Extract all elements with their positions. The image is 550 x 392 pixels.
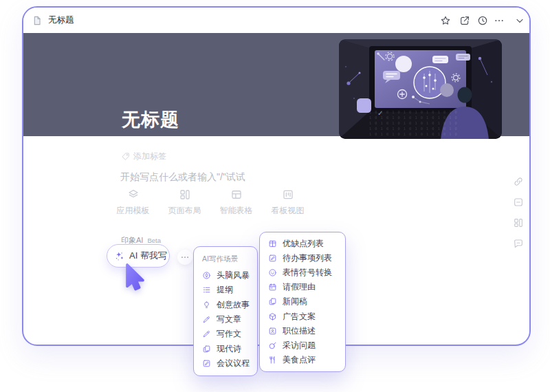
emoji-icon: [268, 268, 277, 277]
menu-item-outline[interactable]: 提纲: [194, 283, 257, 297]
ai-templates-menu: 优缺点列表 待办事项列表 表情符号转换 请假理由 新闻稿 广告文案: [259, 232, 346, 372]
menu-item-press-release[interactable]: 新闻稿: [260, 294, 345, 309]
template-kanban-view[interactable]: 看板视图: [262, 188, 314, 217]
note-title[interactable]: 无标题: [122, 107, 179, 132]
template-kanban-view-label: 看板视图: [272, 205, 305, 217]
link-icon[interactable]: [513, 176, 524, 187]
template-apply-label: 应用模板: [117, 205, 150, 217]
template-page-layout-label: 页面布局: [168, 205, 201, 217]
side-tool-rail: [513, 176, 524, 249]
template-shortcuts: 应用模板 页面布局 智能表格 看板视图: [107, 188, 314, 217]
menu-item-meeting-agenda[interactable]: 会议议程: [194, 356, 257, 371]
ai-scenes-menu-list: 头脑风暴 提纲 创意故事 写文章 写作文 现代诗: [194, 268, 257, 371]
document-icon: [32, 15, 43, 26]
ai-beta-badge: Beta: [147, 237, 161, 244]
share-icon[interactable]: [459, 15, 470, 26]
template-page-layout[interactable]: 页面布局: [159, 188, 210, 217]
menu-item-interview-questions[interactable]: 采访问题: [260, 338, 345, 353]
layers-icon: [127, 188, 140, 201]
add-tag-label: 添加标签: [133, 151, 166, 162]
comment-icon[interactable]: [513, 238, 524, 249]
menu-item-write-essay[interactable]: 写作文: [194, 327, 257, 341]
ai-write-button-label: AI 帮我写: [129, 250, 167, 262]
question-icon: [268, 341, 277, 350]
menu-item-job-description[interactable]: 职位描述: [260, 324, 345, 338]
header-illustration: 1 0 1 0 1 0 1 0 1 0 1 0 1 0 1 0 1 0 1 0 …: [339, 39, 502, 139]
table-icon: [230, 188, 243, 201]
ellipsis-icon: [180, 252, 190, 262]
mouse-cursor-icon: [125, 263, 150, 292]
menu-item-creative-story[interactable]: 创意故事: [194, 298, 257, 312]
collapse-icon[interactable]: [514, 15, 525, 26]
profile-icon: [268, 327, 277, 336]
pages-icon: [202, 345, 211, 353]
doc-edit-icon: [202, 359, 211, 368]
blocks-icon[interactable]: [513, 217, 524, 228]
outline-icon: [202, 285, 211, 294]
menu-item-leave-reason[interactable]: 请假理由: [260, 280, 345, 294]
ai-scenes-menu-title: AI写作场景: [202, 254, 238, 264]
template-apply[interactable]: 应用模板: [107, 188, 159, 217]
ai-more-button[interactable]: [177, 250, 192, 265]
template-smart-table[interactable]: 智能表格: [210, 188, 262, 217]
star-icon[interactable]: [440, 15, 451, 26]
calendar-icon: [268, 283, 277, 292]
menu-item-ad-copy[interactable]: 广告文案: [260, 309, 345, 324]
layout-icon: [179, 188, 191, 201]
pages-icon: [268, 297, 277, 306]
pen-icon: [202, 315, 211, 324]
menu-item-todo-list[interactable]: 待办事项列表: [260, 251, 345, 265]
tag-icon: [121, 152, 130, 161]
ai-templates-menu-list: 优缺点列表 待办事项列表 表情符号转换 请假理由 新闻稿 广告文案: [260, 237, 345, 367]
menu-item-modern-poem[interactable]: 现代诗: [194, 341, 257, 356]
app-stage: 无标题 无标题 添加标签 开始写点什么或者输入"/"试试: [0, 0, 550, 392]
ai-brand-text: 印象AI: [121, 236, 143, 244]
menu-item-pros-cons-list[interactable]: 优缺点列表: [260, 237, 345, 251]
menu-item-emoji-convert[interactable]: 表情符号转换: [260, 265, 345, 280]
menu-item-brainstorm[interactable]: 头脑风暴: [194, 268, 257, 283]
menu-item-write-article[interactable]: 写文章: [194, 312, 257, 327]
frame-icon[interactable]: [513, 197, 524, 208]
binary-texture: 1 0 1 0 1 0 1 0 1 0 1 0 1 0 1 0 1 0 1 0 …: [369, 110, 472, 138]
template-smart-table-label: 智能表格: [220, 205, 253, 217]
box-icon: [268, 312, 277, 321]
columns-icon: [268, 239, 277, 248]
pen-icon: [202, 329, 211, 338]
kanban-icon: [282, 188, 294, 201]
sparkle-icon: [113, 250, 125, 262]
more-options-icon[interactable]: [494, 15, 505, 26]
topbar-actions: [440, 11, 525, 30]
window-topbar: 无标题: [23, 8, 529, 33]
check-mark: ✓: [377, 109, 383, 117]
menu-item-food-review[interactable]: 美食点评: [260, 353, 345, 367]
doc-edit-icon: [268, 254, 277, 263]
history-icon[interactable]: [477, 15, 488, 26]
food-icon: [268, 356, 277, 364]
brainstorm-icon: [202, 271, 211, 280]
editor-placeholder[interactable]: 开始写点什么或者输入"/"试试: [120, 171, 245, 184]
window-title: 无标题: [48, 14, 74, 26]
ai-scenes-menu: AI写作场景 头脑风暴 提纲 创意故事 写文章 写作文: [193, 246, 258, 376]
idea-icon: [202, 301, 211, 309]
add-tag-button[interactable]: 添加标签: [121, 151, 166, 162]
